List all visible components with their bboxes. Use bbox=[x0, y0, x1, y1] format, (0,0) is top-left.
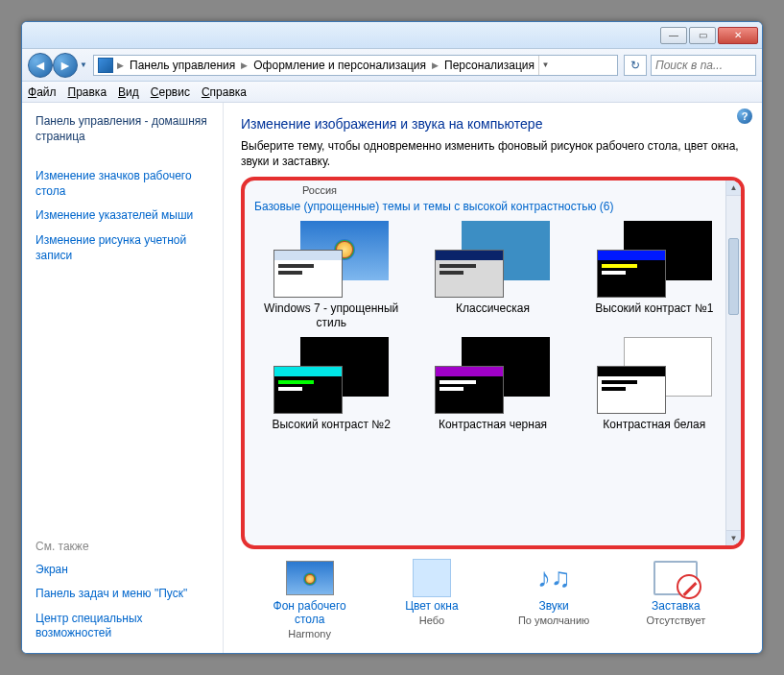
sidebar-link-display[interactable]: Экран bbox=[36, 563, 209, 578]
nav-history-dropdown[interactable]: ▼ bbox=[78, 53, 89, 78]
desktop-background-icon bbox=[286, 561, 334, 595]
window-color-icon bbox=[413, 559, 451, 597]
scroll-up-button[interactable]: ▲ bbox=[726, 181, 741, 196]
theme-item[interactable]: Контрастная черная bbox=[421, 337, 563, 445]
strip-label: Цвет окна bbox=[405, 599, 458, 613]
theme-thumbnail bbox=[273, 337, 389, 414]
menu-view[interactable]: Вид bbox=[118, 85, 139, 99]
breadcrumb-item[interactable]: Персонализация bbox=[442, 59, 536, 72]
content-area: ? Изменение изображения и звука на компь… bbox=[224, 103, 762, 653]
theme-item[interactable]: Классическая bbox=[421, 221, 563, 329]
scroll-down-button[interactable]: ▼ bbox=[726, 530, 741, 545]
menu-file[interactable]: Файл bbox=[28, 85, 57, 99]
strip-label: Звуки bbox=[538, 599, 568, 613]
theme-thumbnail bbox=[435, 221, 550, 298]
strip-sub: По умолчанию bbox=[518, 615, 589, 626]
sidebar-link-desktop-icons[interactable]: Изменение значков рабочего стола bbox=[36, 169, 209, 199]
scroll-thumb[interactable] bbox=[728, 238, 739, 315]
sidebar-link-ease-of-access[interactable]: Центр специальных возможностей bbox=[36, 612, 209, 641]
control-panel-icon bbox=[98, 58, 113, 73]
close-button[interactable]: ✕ bbox=[718, 27, 758, 44]
breadcrumb-item[interactable]: Оформление и персонализация bbox=[251, 59, 428, 72]
titlebar: — ▭ ✕ bbox=[22, 22, 762, 49]
theme-label: Контрастная белая bbox=[603, 418, 705, 445]
theme-thumbnail bbox=[597, 221, 712, 298]
strip-sounds[interactable]: ♪♫ Звуки По умолчанию bbox=[501, 559, 606, 626]
themes-panel: Россия Базовые (упрощенные) темы и темы … bbox=[241, 177, 745, 549]
sidebar-link-taskbar[interactable]: Панель задач и меню "Пуск" bbox=[36, 587, 209, 602]
bottom-strip: Фон рабочего стола Harmony Цвет окна Неб… bbox=[241, 549, 745, 645]
themes-grid: Windows 7 - упрощенный стильКлассическая… bbox=[254, 221, 731, 445]
strip-desktop-background[interactable]: Фон рабочего стола Harmony bbox=[257, 559, 363, 639]
page-description: Выберите тему, чтобы одновременно измени… bbox=[241, 139, 745, 169]
themes-section-title: Базовые (упрощенные) темы и темы с высок… bbox=[254, 200, 731, 213]
strip-label: Фон рабочего стола bbox=[257, 599, 363, 626]
theme-label: Высокий контраст №1 bbox=[595, 301, 713, 328]
strip-screensaver[interactable]: Заставка Отсутствует bbox=[623, 559, 728, 626]
sidebar-link-account-picture[interactable]: Изменение рисунка учетной записи bbox=[36, 233, 209, 263]
strip-label: Заставка bbox=[652, 599, 701, 613]
sidebar-home-link[interactable]: Панель управления - домашняя страница bbox=[36, 114, 209, 144]
theme-hint: Россия bbox=[254, 184, 731, 196]
see-also-label: См. также bbox=[36, 540, 209, 553]
page-title: Изменение изображения и звука на компьют… bbox=[241, 116, 745, 132]
strip-window-color[interactable]: Цвет окна Небо bbox=[379, 559, 485, 626]
screensaver-icon bbox=[653, 561, 698, 595]
menu-tools[interactable]: Сервис bbox=[151, 85, 190, 99]
nav-forward-button[interactable]: ► bbox=[53, 53, 78, 78]
strip-sub: Небо bbox=[419, 615, 444, 626]
minimize-button[interactable]: — bbox=[660, 27, 687, 44]
menu-edit[interactable]: Правка bbox=[68, 85, 107, 99]
breadcrumb[interactable]: ▶ Панель управления ▶ Оформление и персо… bbox=[93, 55, 618, 76]
scrollbar[interactable]: ▲ ▼ bbox=[725, 181, 741, 545]
strip-sub: Harmony bbox=[288, 628, 331, 639]
chevron-right-icon: ▶ bbox=[430, 60, 440, 70]
refresh-button[interactable]: ↻ bbox=[624, 55, 647, 76]
menubar: Файл Правка Вид Сервис Справка bbox=[22, 82, 762, 103]
window: — ▭ ✕ ◄ ► ▼ ▶ Панель управления ▶ Оформл… bbox=[21, 21, 763, 654]
search-input[interactable] bbox=[651, 55, 756, 76]
help-icon[interactable]: ? bbox=[737, 108, 752, 124]
sounds-icon: ♪♫ bbox=[537, 563, 571, 593]
theme-item[interactable]: Контрастная белая bbox=[583, 337, 725, 445]
sidebar-link-mouse-pointers[interactable]: Изменение указателей мыши bbox=[36, 208, 209, 224]
theme-item[interactable]: Высокий контраст №1 bbox=[583, 221, 725, 329]
theme-item[interactable]: Высокий контраст №2 bbox=[260, 337, 402, 445]
sidebar: Панель управления - домашняя страница Из… bbox=[22, 103, 224, 653]
breadcrumb-dropdown[interactable]: ▼ bbox=[538, 55, 552, 76]
breadcrumb-item[interactable]: Панель управления bbox=[128, 59, 237, 72]
theme-label: Высокий контраст №2 bbox=[272, 418, 390, 445]
theme-thumbnail bbox=[597, 337, 712, 414]
theme-thumbnail bbox=[435, 337, 550, 414]
maximize-button[interactable]: ▭ bbox=[689, 27, 716, 44]
theme-label: Windows 7 - упрощенный стиль bbox=[260, 301, 402, 329]
chevron-right-icon: ▶ bbox=[239, 60, 249, 70]
theme-thumbnail bbox=[273, 221, 389, 298]
addressbar: ◄ ► ▼ ▶ Панель управления ▶ Оформление и… bbox=[22, 49, 762, 82]
theme-item[interactable]: Windows 7 - упрощенный стиль bbox=[260, 221, 402, 329]
theme-label: Классическая bbox=[456, 301, 530, 328]
strip-sub: Отсутствует bbox=[647, 615, 706, 626]
theme-label: Контрастная черная bbox=[439, 418, 547, 445]
nav-back-button[interactable]: ◄ bbox=[28, 53, 53, 78]
chevron-right-icon: ▶ bbox=[115, 60, 126, 70]
menu-help[interactable]: Справка bbox=[202, 85, 247, 99]
